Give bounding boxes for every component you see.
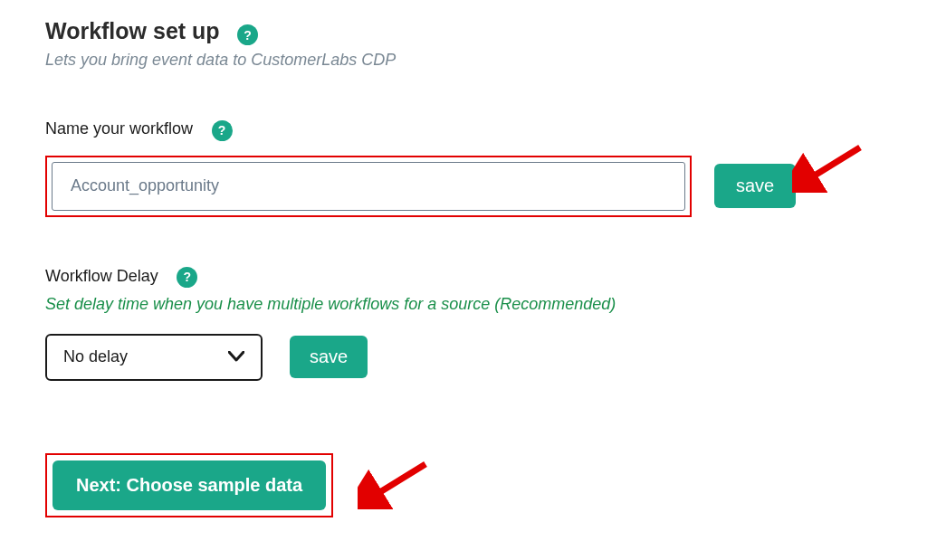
delay-hint: Set delay time when you have multiple wo…	[45, 295, 882, 314]
chevron-down-icon	[228, 349, 244, 365]
page-subtitle: Lets you bring event data to CustomerLab…	[45, 51, 882, 70]
save-name-button[interactable]: save	[714, 164, 796, 208]
name-input-highlight	[45, 156, 692, 217]
workflow-delay-label: Workflow Delay	[45, 267, 158, 286]
page-title: Workflow set up	[45, 18, 220, 44]
delay-select[interactable]: No delay	[45, 334, 263, 381]
arrow-annotation	[792, 143, 865, 193]
svg-line-1	[806, 147, 860, 181]
name-workflow-section: Name your workflow ? save	[45, 119, 882, 216]
delay-select-value: No delay	[63, 347, 128, 366]
help-icon[interactable]: ?	[212, 120, 233, 141]
help-icon[interactable]: ?	[177, 267, 197, 288]
arrow-annotation	[358, 460, 430, 509]
help-icon[interactable]: ?	[237, 24, 258, 45]
next-button-highlight: Next: Choose sample data	[45, 453, 333, 517]
name-workflow-label: Name your workflow	[45, 119, 193, 138]
workflow-name-input[interactable]	[52, 162, 685, 211]
save-delay-button[interactable]: save	[290, 336, 368, 378]
workflow-delay-section: Workflow Delay ? Set delay time when you…	[45, 267, 882, 381]
next-button[interactable]: Next: Choose sample data	[53, 460, 326, 510]
next-section: Next: Choose sample data	[45, 453, 882, 517]
svg-line-3	[371, 464, 425, 498]
